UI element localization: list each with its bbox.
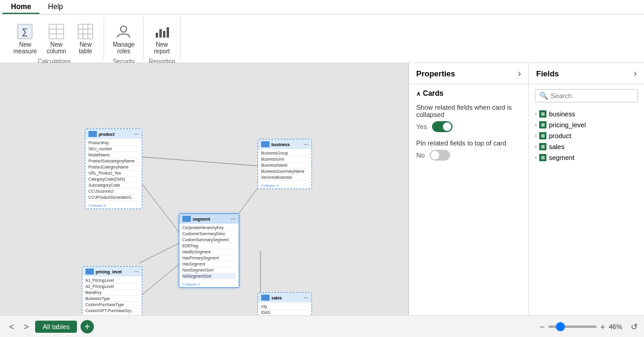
show-related-toggle[interactable]	[432, 121, 453, 132]
svg-line-18	[139, 242, 182, 263]
svg-line-17	[142, 184, 182, 236]
field-tree: › ▦ business › ▦ pricing_level › ▦ produ…	[529, 107, 644, 315]
expand-product-icon: ›	[535, 133, 537, 139]
svg-point-11	[121, 26, 127, 32]
cards-section-header[interactable]: ∧ Cards	[416, 89, 521, 98]
all-tables-btn[interactable]: All tables	[35, 321, 77, 333]
product-table-name: product	[99, 132, 115, 136]
zoom-level: 46%	[609, 323, 627, 330]
table-product[interactable]: product ⋯ ProductKey SKU_number ModelNam…	[85, 128, 142, 209]
new-table-label: Newtable	[79, 41, 92, 55]
sales-table-name: sales	[271, 296, 282, 300]
fields-search-input[interactable]	[551, 92, 634, 99]
table-icon-segment: ▦	[539, 154, 546, 161]
new-report-button[interactable]: Newreport	[148, 19, 175, 57]
zoom-minus-btn[interactable]: −	[540, 322, 545, 332]
field-item-business[interactable]: › ▦ business	[529, 108, 644, 119]
refresh-btn[interactable]: ↺	[631, 322, 638, 332]
table-icon-sales: ▦	[539, 143, 546, 150]
search-icon: 🔍	[539, 92, 548, 100]
table-segment[interactable]: segment ⋯ CorporateHierarchyKey Customer…	[179, 213, 239, 288]
expand-pricing-icon: ›	[535, 122, 537, 128]
svg-text:∑: ∑	[22, 27, 28, 36]
tab-home[interactable]: Home	[2, 0, 39, 14]
new-report-label: Newreport	[154, 41, 170, 55]
svg-rect-15	[167, 27, 169, 38]
pricing-level-table-name: pricing_level	[96, 270, 122, 274]
fields-title: Fields	[536, 69, 559, 78]
business-table-name: business	[271, 142, 290, 147]
segment-table-name: segment	[193, 217, 210, 221]
svg-rect-14	[163, 31, 165, 38]
table-business[interactable]: business ⋯ BusinessGroup BusinessUnit Bu…	[257, 139, 312, 189]
pin-related-toggle[interactable]	[430, 150, 450, 161]
pin-related-value: No	[416, 152, 425, 159]
fields-collapse-btn[interactable]: ›	[634, 68, 637, 79]
canvas-area: product ⋯ ProductKey SKU_number ModelNam…	[0, 63, 409, 315]
zoom-slider[interactable]	[548, 325, 597, 328]
table-sales[interactable]: sales ⋯ city IDAS price sales time Colla…	[257, 292, 312, 315]
table-icon-pricing: ▦	[539, 121, 546, 128]
svg-rect-6	[78, 24, 93, 39]
new-table-button[interactable]: Newtable	[72, 19, 99, 57]
table-pricing-level[interactable]: pricing_level ⋯ A1_PricingLevel A2_Prici…	[82, 266, 142, 315]
svg-rect-13	[159, 29, 162, 38]
tab-help[interactable]: Help	[39, 0, 71, 14]
table-icon-business: ▦	[539, 110, 546, 118]
expand-business-icon: ›	[535, 111, 537, 117]
field-item-pricing-level[interactable]: › ▦ pricing_level	[529, 119, 644, 130]
cards-chevron-icon: ∧	[416, 90, 420, 97]
properties-collapse-btn[interactable]: ›	[518, 68, 521, 79]
new-column-button[interactable]: Newcolumn	[43, 19, 70, 57]
svg-line-16	[142, 157, 261, 166]
field-label-product: product	[549, 132, 571, 139]
pin-related-label: Pin related fields to top of card	[416, 139, 521, 147]
show-related-label: Show related fields when card is collaps…	[416, 104, 521, 118]
nav-right-btn[interactable]: >	[21, 321, 32, 333]
new-measure-label: Newmeasure	[13, 41, 37, 55]
manage-roles-button[interactable]: Manageroles	[109, 19, 138, 57]
field-item-product[interactable]: › ▦ product	[529, 130, 644, 141]
manage-roles-label: Manageroles	[113, 41, 134, 55]
field-item-sales[interactable]: › ▦ sales	[529, 141, 644, 152]
svg-rect-12	[156, 33, 158, 38]
properties-title: Properties	[416, 69, 455, 78]
zoom-plus-btn[interactable]: +	[600, 322, 605, 332]
field-label-sales: sales	[549, 143, 565, 150]
field-label-pricing: pricing_level	[549, 121, 586, 128]
nav-left-btn[interactable]: <	[6, 321, 17, 333]
field-label-segment: segment	[549, 154, 574, 161]
add-table-btn[interactable]: +	[81, 320, 94, 333]
show-related-value: Yes	[416, 123, 427, 130]
expand-segment-icon: ›	[535, 155, 537, 161]
product-collapse[interactable]: Collapse ∧	[85, 202, 142, 209]
field-label-business: business	[549, 110, 575, 118]
svg-line-21	[136, 263, 181, 299]
table-icon-product: ▦	[539, 132, 546, 139]
fields-panel: Fields › 🔍 › ▦ business › ▦ pricing_leve…	[529, 63, 644, 315]
new-column-label: Newcolumn	[47, 41, 66, 55]
segment-collapse[interactable]: Collapse ∧	[179, 281, 239, 287]
business-collapse[interactable]: Collapse ∧	[258, 182, 311, 189]
field-item-segment[interactable]: › ▦ segment	[529, 152, 644, 163]
properties-panel: Properties › ∧ Cards Show related fields…	[409, 63, 529, 315]
expand-sales-icon: ›	[535, 144, 537, 150]
status-bar: < > All tables + − + 46% ↺	[0, 315, 644, 337]
new-measure-button[interactable]: ∑ Newmeasure	[10, 19, 41, 57]
